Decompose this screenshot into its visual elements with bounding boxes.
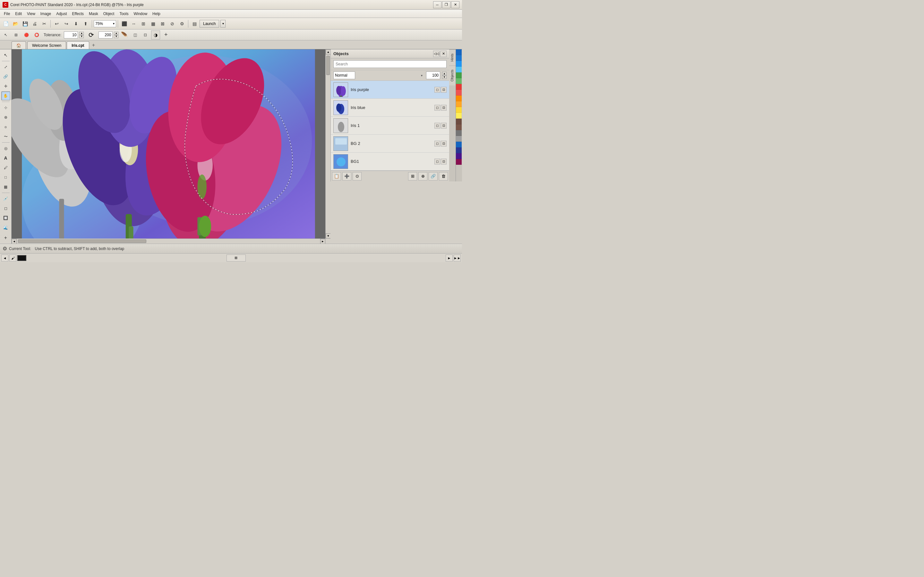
- obj-new-layer-button[interactable]: 📋: [332, 172, 341, 181]
- left-tool-mask[interactable]: 🔗: [1, 72, 10, 81]
- layer-lock-iris-purple[interactable]: ⊡: [441, 87, 447, 93]
- objects-tab[interactable]: Objects: [449, 65, 456, 85]
- blend-mode-select[interactable]: NormalMultiplyScreenOverlayDarkenLighten: [333, 71, 355, 79]
- menu-item-edit[interactable]: Edit: [13, 11, 24, 17]
- layer-item-iris-1[interactable]: Iris 1◻⊡: [331, 117, 449, 135]
- toolbar-btn-7[interactable]: ⚙: [178, 19, 186, 28]
- toolbar-btn-1[interactable]: ⬛: [120, 19, 129, 28]
- palette-swatch-8[interactable]: [456, 95, 462, 101]
- minimize-button[interactable]: ─: [433, 1, 441, 8]
- layer-visibility-bg-1[interactable]: ◻: [435, 159, 440, 164]
- rotation-up[interactable]: ▲: [114, 32, 118, 35]
- left-tool-shape[interactable]: □: [1, 173, 10, 182]
- layer-lock-iris-1[interactable]: ⊡: [441, 123, 447, 129]
- left-tool-transform[interactable]: ⤢: [1, 63, 10, 71]
- ctx-add-btn[interactable]: ⊞: [11, 31, 21, 39]
- scroll-right-button[interactable]: ►: [320, 239, 325, 243]
- rotation-down[interactable]: ▼: [114, 35, 118, 38]
- palette-swatch-5[interactable]: [456, 78, 462, 84]
- obj-clip-button[interactable]: 🔗: [429, 172, 438, 181]
- tolerance-up[interactable]: ▲: [79, 32, 84, 35]
- print-button[interactable]: 🖨: [30, 19, 39, 28]
- cut-button[interactable]: ✂: [40, 19, 49, 28]
- palette-swatch-14[interactable]: [456, 130, 462, 136]
- canvas-art[interactable]: .selection-dash { stroke-dasharray: 6,4;…: [11, 49, 325, 239]
- ctx-overlap-btn[interactable]: ⭕: [32, 31, 41, 39]
- ctx-plus-btn[interactable]: +: [162, 31, 170, 39]
- left-tool-add[interactable]: +: [1, 234, 10, 242]
- menu-item-adjust[interactable]: Adjust: [53, 11, 69, 17]
- layer-visibility-iris-purple[interactable]: ◻: [435, 87, 440, 93]
- launch-dropdown[interactable]: ▾: [220, 20, 226, 27]
- left-tool-hand[interactable]: 🌊: [1, 223, 10, 232]
- toolbar-btn-3[interactable]: ⊞: [139, 19, 148, 28]
- ctx-mask-btn1[interactable]: ◫: [131, 31, 140, 39]
- restore-button[interactable]: ❐: [442, 1, 451, 8]
- tab-iris-cpt[interactable]: Iris.cpt: [67, 41, 89, 49]
- menu-item-file[interactable]: File: [1, 11, 13, 17]
- obj-combine-button[interactable]: ⊕: [418, 172, 427, 181]
- horizontal-scrollbar[interactable]: ◄ ►: [11, 239, 325, 243]
- left-tool-eyedropper[interactable]: 💉: [1, 194, 10, 203]
- left-tool-retouch[interactable]: ⌾: [1, 122, 10, 131]
- palette-swatch-19[interactable]: [456, 159, 462, 165]
- palette-swatch-16[interactable]: [456, 142, 462, 147]
- rotation-spinner[interactable]: ▲ ▼: [114, 32, 118, 38]
- bt-prev-button[interactable]: ◄: [1, 255, 8, 261]
- open-button[interactable]: 📂: [11, 19, 20, 28]
- save-button[interactable]: 💾: [21, 19, 29, 28]
- bt-zoom-fit-button[interactable]: ⊞: [226, 255, 246, 261]
- left-tool-paint[interactable]: ✋: [1, 91, 10, 100]
- menu-item-window[interactable]: Window: [131, 11, 150, 17]
- ctx-sub-btn[interactable]: 🔴: [22, 31, 31, 39]
- palette-swatch-6[interactable]: [456, 84, 462, 90]
- palette-swatch-12[interactable]: [456, 119, 462, 124]
- close-button[interactable]: ✕: [451, 1, 459, 8]
- left-tool-move[interactable]: ✛: [1, 82, 10, 91]
- palette-swatch-4[interactable]: [456, 73, 462, 78]
- scroll-left-button[interactable]: ◄: [11, 239, 17, 243]
- toolbar-btn-8[interactable]: ▤: [190, 19, 199, 28]
- tab-add-button[interactable]: +: [90, 41, 97, 49]
- new-button[interactable]: 📄: [1, 19, 10, 28]
- palette-swatch-7[interactable]: [456, 90, 462, 95]
- layer-lock-bg-1[interactable]: ⊡: [441, 159, 447, 164]
- redo-button[interactable]: ↪: [62, 19, 71, 28]
- launch-button[interactable]: Launch: [200, 20, 219, 27]
- undo-button[interactable]: ↩: [52, 19, 61, 28]
- palette-swatch-13[interactable]: [456, 124, 462, 130]
- palette-swatch-10[interactable]: [456, 107, 462, 113]
- palette-swatch-9[interactable]: [456, 101, 462, 107]
- toolbar-btn-4[interactable]: ▦: [149, 19, 158, 28]
- layer-visibility-bg-2[interactable]: ◻: [435, 141, 440, 147]
- palette-swatch-1[interactable]: [456, 55, 462, 61]
- obj-mask-button[interactable]: ⊙: [352, 172, 362, 181]
- tolerance-spinner[interactable]: ▲ ▼: [79, 32, 84, 38]
- rotation-input[interactable]: [99, 31, 113, 39]
- ctx-select-btn[interactable]: ↖: [1, 31, 10, 39]
- hints-tab[interactable]: Hints: [449, 49, 456, 65]
- zoom-selector[interactable]: 75% ▾: [94, 20, 116, 27]
- layer-lock-bg-2[interactable]: ⊡: [441, 141, 447, 147]
- layer-item-bg-1[interactable]: BG1◻⊡: [331, 153, 449, 171]
- palette-swatch-17[interactable]: [456, 147, 462, 153]
- left-tool-zoom[interactable]: 🔲: [1, 213, 10, 222]
- layer-visibility-iris-1[interactable]: ◻: [435, 123, 440, 129]
- layer-item-iris-purple[interactable]: Iris purple◻⊡: [331, 81, 449, 99]
- tab-welcome-screen[interactable]: Welcome Screen: [27, 41, 66, 49]
- toolbar-btn-2[interactable]: ↔: [129, 19, 138, 28]
- obj-new-object-button[interactable]: ➕: [342, 172, 351, 181]
- layer-item-iris-blue[interactable]: Iris blue◻⊡: [331, 99, 449, 117]
- objects-panel-expand[interactable]: ◁◁: [433, 51, 439, 57]
- palette-swatch-3[interactable]: [456, 67, 462, 73]
- obj-delete-button[interactable]: 🗑: [439, 172, 448, 181]
- layer-visibility-iris-blue[interactable]: ◻: [435, 105, 440, 111]
- scroll-up-button[interactable]: ▲: [326, 49, 330, 55]
- menu-item-mask[interactable]: Mask: [86, 11, 101, 17]
- bt-next2-button[interactable]: ►►: [454, 255, 461, 261]
- menu-item-tools[interactable]: Tools: [117, 11, 131, 17]
- scroll-down-button[interactable]: ▼: [326, 234, 330, 239]
- ctx-mask-btn2[interactable]: ⊡: [141, 31, 150, 39]
- layer-item-bg-2[interactable]: BG 2◻⊡: [331, 135, 449, 153]
- palette-swatch-11[interactable]: [456, 113, 462, 119]
